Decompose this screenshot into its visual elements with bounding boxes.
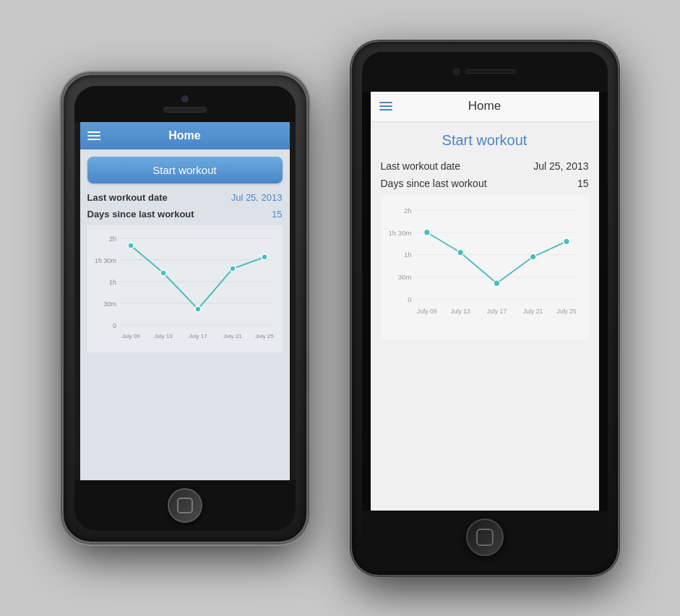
phone2-days-since-value: 15 [577, 178, 589, 189]
svg-text:July 09: July 09 [121, 333, 140, 339]
svg-text:1h 30m: 1h 30m [94, 257, 116, 264]
days-since-value: 15 [272, 209, 282, 220]
svg-point-38 [530, 253, 536, 260]
phone2-chart-container: 2h 1h 30m 1h 30m 0 July 09 July 13 July … [381, 195, 589, 340]
svg-text:1h: 1h [403, 251, 411, 259]
phone2-chart: 2h 1h 30m 1h 30m 0 July 09 July 13 July … [384, 201, 586, 334]
home-button[interactable] [168, 488, 202, 523]
phone1-bottom-bezel [74, 480, 296, 531]
hamburger-line [379, 102, 392, 103]
svg-point-36 [457, 249, 463, 256]
svg-text:July 21: July 21 [223, 333, 242, 339]
svg-text:30m: 30m [103, 300, 116, 308]
last-workout-value: Jul 25, 2013 [231, 192, 283, 203]
phone2-navbar: Home [371, 92, 599, 122]
hamburger-line [87, 135, 100, 136]
svg-point-17 [195, 306, 201, 312]
hamburger-menu-button2[interactable] [379, 102, 392, 110]
svg-text:July 25: July 25 [556, 307, 577, 314]
svg-text:July 17: July 17 [189, 333, 207, 339]
svg-text:30m: 30m [397, 273, 411, 281]
svg-text:July 17: July 17 [486, 307, 507, 314]
phone2-app-content: Start workout Last workout date Jul 25, … [371, 122, 599, 511]
phone2-days-since-row: Days since last workout 15 [381, 178, 589, 189]
svg-text:July 21: July 21 [522, 307, 543, 314]
svg-text:2h: 2h [108, 235, 116, 243]
svg-text:July 25: July 25 [255, 333, 274, 339]
start-workout-link[interactable]: Start workout [381, 132, 589, 149]
speaker1 [163, 107, 207, 113]
phone2-top-bezel [362, 52, 608, 92]
hamburger-menu-button[interactable] [87, 131, 100, 140]
svg-text:1h 30m: 1h 30m [388, 228, 411, 236]
hamburger-line [87, 139, 100, 140]
last-workout-label: Last workout date [87, 192, 168, 203]
svg-point-39 [563, 238, 569, 244]
phone1-chart-container: 2h 1h 30m 1h 30m 0 July 09 July 13 July … [87, 225, 283, 352]
camera2-icon [453, 69, 460, 75]
home-button2[interactable] [466, 519, 504, 556]
svg-point-37 [494, 279, 500, 286]
phone1-app-content: Start workout Last workout date Jul 25, … [80, 149, 290, 480]
svg-point-19 [262, 254, 267, 260]
phone1-chart: 2h 1h 30m 1h 30m 0 July 09 July 13 July … [90, 231, 280, 347]
svg-text:July 13: July 13 [450, 307, 470, 314]
phone2-screen: Home Start workout Last workout date Jul… [371, 92, 599, 511]
start-workout-button[interactable]: Start workout [87, 157, 283, 183]
hamburger-line [379, 105, 392, 107]
days-since-row: Days since last workout 15 [87, 209, 283, 220]
svg-point-35 [423, 229, 430, 235]
phone2-last-workout-row: Last workout date Jul 25, 2013 [381, 160, 589, 172]
svg-text:2h: 2h [403, 206, 411, 214]
camera1-icon [181, 95, 189, 103]
home-button2-inner [476, 529, 494, 546]
phone2-days-since-label: Days since last workout [381, 178, 487, 189]
svg-text:July 13: July 13 [154, 333, 173, 339]
speaker2 [465, 69, 516, 74]
phone2-last-workout-value: Jul 25, 2013 [533, 160, 588, 172]
svg-point-16 [160, 270, 166, 276]
phone1-screen: Home Start workout Last workout date Jul… [80, 122, 290, 480]
phone2-bottom-bezel [362, 511, 608, 565]
svg-text:1h: 1h [108, 279, 116, 286]
svg-text:July 09: July 09 [417, 307, 437, 314]
last-workout-row: Last workout date Jul 25, 2013 [87, 192, 283, 203]
phone2-last-workout-label: Last workout date [381, 160, 461, 172]
svg-text:0: 0 [112, 322, 116, 329]
phone1-navbar-title: Home [168, 129, 200, 142]
svg-point-15 [128, 243, 134, 248]
hamburger-line [87, 131, 100, 133]
phone1-navbar: Home [80, 122, 290, 149]
svg-text:0: 0 [408, 295, 411, 303]
svg-point-18 [230, 266, 236, 272]
hamburger-line [379, 109, 392, 110]
phone1-top-bezel [74, 86, 296, 122]
home-button-inner [177, 498, 193, 513]
phone2-device: Home Start workout Last workout date Jul… [351, 41, 619, 576]
phone2-navbar-title: Home [468, 99, 501, 113]
days-since-label: Days since last workout [87, 209, 194, 220]
phone1-device: Home Start workout Last workout date Jul… [62, 74, 308, 543]
